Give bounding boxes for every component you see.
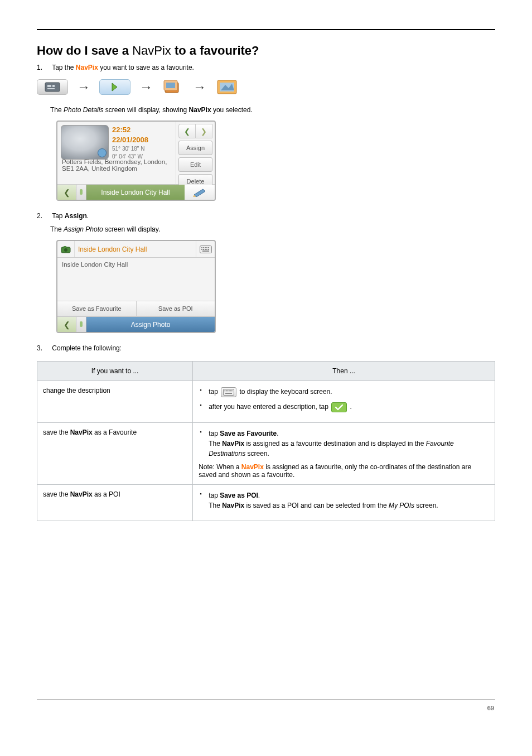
r2-note-pre: Note: When a	[199, 463, 241, 471]
r3-i1-l2nav: NavPix	[222, 502, 244, 509]
r3-i1-pre: tap	[209, 492, 220, 499]
step2-sub-pre: The	[50, 225, 64, 233]
svg-rect-1	[47, 85, 51, 87]
step-1-pre: Tap the	[52, 64, 76, 71]
document-page: How do I save a NavPix to a favourite? 1…	[0, 0, 532, 734]
scroll-indicator	[76, 317, 86, 332]
svg-rect-17	[206, 247, 207, 248]
list-item: tap Save as Favourite. The NavPix is ass…	[199, 428, 489, 459]
keyboard-inline-button[interactable]	[221, 387, 236, 397]
row3-c2: tap Save as POI. The NavPix is saved as …	[193, 484, 495, 521]
line2-bold: Photo Details	[64, 106, 103, 114]
line2-post: screen will display, showing	[103, 106, 188, 114]
step-3-num: 3.	[37, 343, 50, 353]
photo-button[interactable]	[215, 77, 241, 97]
screen-title: Inside London City Hall	[86, 185, 185, 200]
svg-rect-28	[228, 390, 229, 391]
r3-c1-pre: save the	[43, 490, 70, 498]
arrow-icon: →	[193, 79, 206, 95]
r2-c1-pre: save the	[43, 428, 70, 436]
r2-i1-pre: tap	[209, 430, 220, 437]
camera-icon-wrap	[57, 245, 74, 253]
step-2: 2. Tap Assign.	[37, 211, 495, 221]
keyboard-button[interactable]	[196, 241, 215, 257]
svg-rect-2	[52, 85, 55, 87]
row2-c1: save the NavPix as a Favourite	[37, 422, 193, 484]
photo-app-button[interactable]	[37, 79, 68, 95]
ok-inline-button[interactable]	[331, 402, 347, 412]
r3-c1-nav: NavPix	[70, 490, 93, 498]
save-poi-button[interactable]: Save as POI	[137, 301, 215, 316]
save-favourite-button[interactable]: Save as Favourite	[57, 301, 137, 316]
arrow-icon: →	[77, 79, 90, 95]
r1-i2-pre: after you have entered a description, ta…	[209, 403, 330, 411]
r3-i1-bold: Save as POI	[220, 492, 258, 499]
r2-i1-l2post: is assigned as a favourite destination a…	[244, 440, 426, 447]
next-arrow-button[interactable]	[99, 79, 130, 95]
table-row: change the description tap to display th…	[37, 381, 495, 423]
svg-rect-29	[229, 390, 230, 391]
r2-c1-post: as a Favourite	[93, 428, 137, 436]
assign-photo-screenshot: Inside London City Hall Inside London Ci…	[56, 240, 216, 333]
navpix-thumbnail[interactable]	[61, 125, 109, 160]
back-button[interactable]: ❮	[57, 317, 76, 332]
r2-c1-nav: NavPix	[70, 428, 93, 436]
r3-i1-post: .	[258, 492, 260, 499]
step2-pre: Tap	[52, 212, 65, 220]
step-1-num: 1.	[37, 62, 50, 73]
edit-button[interactable]: Edit	[178, 157, 212, 172]
svg-rect-23	[208, 249, 209, 250]
photo-meta: 22:52 22/01/2008 51° 30' 18" N 0° 04' 43…	[112, 125, 148, 187]
svg-rect-30	[230, 390, 231, 391]
step-2-num: 2.	[37, 211, 50, 221]
line2-pre: The	[50, 106, 64, 114]
next-photo-button[interactable]: ❯	[195, 124, 212, 138]
back-button[interactable]: ❮	[57, 185, 76, 200]
table-row: save the NavPix as a POI tap Save as POI…	[37, 484, 495, 521]
svg-rect-15	[203, 247, 204, 248]
r2-i1-l2pre: The	[209, 440, 222, 447]
step2-sub-post: screen will display.	[103, 225, 160, 233]
r3-c1-post: as a POI	[93, 490, 120, 498]
assign-button[interactable]: Assign	[178, 141, 212, 155]
page-footer: 69	[37, 705, 495, 711]
rule-top	[37, 29, 495, 30]
line2-nav: NavPix	[189, 106, 211, 114]
r3-i1-l2post: is saved as a POI and can be selected fr…	[244, 502, 389, 509]
table-header-row: If you want to ... Then ...	[37, 362, 495, 381]
step-3: 3. Complete the following:	[37, 343, 495, 353]
list-item: after you have entered a description, ta…	[199, 402, 489, 412]
svg-rect-27	[226, 390, 227, 391]
line-2: The Photo Details screen will display, s…	[50, 105, 495, 115]
row1-c2: tap to display the keyboard screen. afte…	[193, 381, 495, 423]
svg-rect-22	[206, 249, 207, 250]
photo-app-icon	[45, 82, 60, 92]
svg-rect-24	[202, 251, 209, 252]
breadcrumb-row: → → →	[37, 77, 495, 97]
prev-photo-button[interactable]: ❮	[178, 124, 195, 138]
edit-tool-button[interactable]	[185, 185, 215, 200]
assign-header-label: Inside London City Hall	[74, 241, 196, 257]
heading: How do I save a NavPix to a favourite?	[37, 44, 495, 58]
svg-rect-16	[205, 247, 206, 248]
heading-nav: NavPix	[132, 44, 171, 57]
svg-point-11	[64, 248, 67, 252]
step2-post: .	[87, 212, 89, 220]
heading-post: to a favourite?	[171, 44, 259, 57]
r1-i2-post: .	[350, 403, 352, 411]
svg-rect-20	[203, 249, 204, 250]
step-3-text: Complete the following:	[52, 344, 122, 352]
shot1-bottom-bar: ❮ Inside London City Hall	[57, 184, 215, 200]
r3-i1-l2it: My POIs	[389, 502, 414, 509]
r2-i1-bold: Save as Favourite	[220, 430, 277, 437]
row severity-note: Note: When a NavPix is assigned as a fav…	[199, 463, 489, 479]
album-button[interactable]	[162, 77, 184, 97]
list-item: tap to display the keyboard screen.	[199, 387, 489, 397]
table-row: save the NavPix as a Favourite tap Save …	[37, 422, 495, 484]
svg-rect-12	[64, 246, 66, 248]
svg-rect-31	[231, 390, 233, 391]
page-number: 69	[487, 705, 494, 711]
photo-date: 22/01/2008	[112, 135, 148, 145]
assign-buttons: Save as Favourite Save as POI	[57, 301, 215, 316]
r2-i1-l2post2: screen.	[245, 450, 269, 458]
